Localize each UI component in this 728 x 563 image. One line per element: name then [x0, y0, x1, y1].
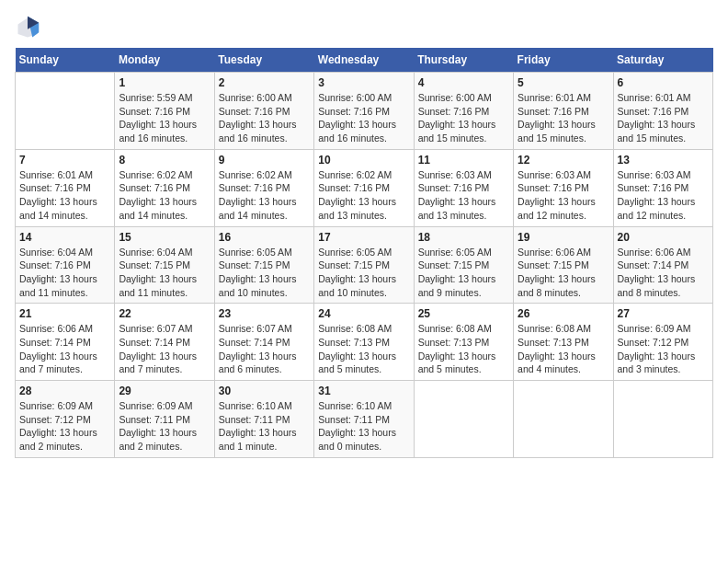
header-thursday: Thursday	[414, 48, 513, 73]
calendar-day: 20Sunrise: 6:06 AMSunset: 7:14 PMDayligh…	[613, 226, 712, 304]
day-info: Sunrise: 6:09 AMSunset: 7:12 PMDaylight:…	[618, 322, 709, 376]
calendar-day: 16Sunrise: 6:05 AMSunset: 7:15 PMDayligh…	[214, 226, 313, 304]
day-info: Sunrise: 6:03 AMSunset: 7:16 PMDaylight:…	[518, 168, 609, 223]
day-info: Sunrise: 6:07 AMSunset: 7:14 PMDaylight:…	[219, 322, 310, 376]
calendar-week-5: 28Sunrise: 6:09 AMSunset: 7:12 PMDayligh…	[16, 381, 713, 458]
day-info: Sunrise: 6:03 AMSunset: 7:16 PMDaylight:…	[618, 168, 709, 223]
day-number: 23	[219, 307, 310, 320]
day-info: Sunrise: 6:06 AMSunset: 7:15 PMDaylight:…	[518, 246, 609, 300]
calendar-day: 7Sunrise: 6:01 AMSunset: 7:16 PMDaylight…	[16, 149, 115, 226]
day-number: 13	[618, 154, 709, 167]
day-info: Sunrise: 6:00 AMSunset: 7:16 PMDaylight:…	[219, 91, 310, 145]
calendar-week-4: 21Sunrise: 6:06 AMSunset: 7:14 PMDayligh…	[16, 304, 713, 381]
header-monday: Monday	[115, 48, 214, 73]
day-number: 26	[518, 307, 609, 320]
day-info: Sunrise: 6:05 AMSunset: 7:15 PMDaylight:…	[318, 246, 409, 300]
calendar-day: 29Sunrise: 6:09 AMSunset: 7:11 PMDayligh…	[115, 381, 214, 458]
day-number: 18	[418, 231, 509, 244]
day-number: 19	[518, 231, 609, 244]
calendar-day: 11Sunrise: 6:03 AMSunset: 7:16 PMDayligh…	[414, 149, 513, 226]
day-info: Sunrise: 6:06 AMSunset: 7:14 PMDaylight:…	[618, 246, 709, 300]
day-number: 14	[19, 231, 110, 244]
day-info: Sunrise: 6:05 AMSunset: 7:15 PMDaylight:…	[418, 246, 509, 300]
calendar-day	[16, 73, 115, 150]
calendar-day: 24Sunrise: 6:08 AMSunset: 7:13 PMDayligh…	[314, 304, 414, 381]
day-info: Sunrise: 6:01 AMSunset: 7:16 PMDaylight:…	[19, 168, 110, 223]
calendar-day: 28Sunrise: 6:09 AMSunset: 7:12 PMDayligh…	[16, 381, 115, 458]
calendar-day: 10Sunrise: 6:02 AMSunset: 7:16 PMDayligh…	[314, 149, 414, 226]
calendar-day: 31Sunrise: 6:10 AMSunset: 7:11 PMDayligh…	[314, 381, 414, 458]
page-header	[15, 15, 713, 40]
calendar-day: 27Sunrise: 6:09 AMSunset: 7:12 PMDayligh…	[613, 304, 712, 381]
day-number: 30	[219, 385, 310, 397]
day-info: Sunrise: 6:04 AMSunset: 7:16 PMDaylight:…	[19, 246, 110, 300]
day-number: 2	[219, 76, 310, 89]
calendar-day: 19Sunrise: 6:06 AMSunset: 7:15 PMDayligh…	[514, 226, 613, 304]
calendar-day: 30Sunrise: 6:10 AMSunset: 7:11 PMDayligh…	[214, 381, 313, 458]
day-info: Sunrise: 6:06 AMSunset: 7:14 PMDaylight:…	[19, 322, 110, 376]
calendar-week-3: 14Sunrise: 6:04 AMSunset: 7:16 PMDayligh…	[16, 226, 713, 304]
day-info: Sunrise: 6:08 AMSunset: 7:13 PMDaylight:…	[418, 322, 509, 376]
day-info: Sunrise: 6:02 AMSunset: 7:16 PMDaylight:…	[119, 168, 210, 223]
day-info: Sunrise: 6:03 AMSunset: 7:16 PMDaylight:…	[418, 168, 509, 223]
day-number: 24	[318, 307, 409, 320]
calendar-day: 22Sunrise: 6:07 AMSunset: 7:14 PMDayligh…	[115, 304, 214, 381]
header-wednesday: Wednesday	[314, 48, 414, 73]
calendar-day: 5Sunrise: 6:01 AMSunset: 7:16 PMDaylight…	[514, 73, 613, 150]
day-number: 25	[418, 307, 509, 320]
day-info: Sunrise: 6:01 AMSunset: 7:16 PMDaylight:…	[618, 91, 709, 145]
calendar-table: SundayMondayTuesdayWednesdayThursdayFrid…	[15, 48, 713, 458]
day-number: 8	[119, 154, 210, 167]
day-number: 9	[219, 154, 310, 167]
day-info: Sunrise: 6:10 AMSunset: 7:11 PMDaylight:…	[318, 399, 409, 454]
day-info: Sunrise: 6:00 AMSunset: 7:16 PMDaylight:…	[418, 91, 509, 145]
calendar-day	[613, 381, 712, 458]
day-number: 5	[518, 76, 609, 89]
header-friday: Friday	[514, 48, 613, 73]
day-number: 4	[418, 76, 509, 89]
calendar-day: 17Sunrise: 6:05 AMSunset: 7:15 PMDayligh…	[314, 226, 414, 304]
day-number: 10	[318, 154, 409, 167]
logo-icon	[15, 15, 40, 40]
day-info: Sunrise: 6:07 AMSunset: 7:14 PMDaylight:…	[119, 322, 210, 376]
header-saturday: Saturday	[613, 48, 712, 73]
day-number: 21	[19, 307, 110, 320]
day-info: Sunrise: 6:01 AMSunset: 7:16 PMDaylight:…	[518, 91, 609, 145]
day-number: 3	[318, 76, 409, 89]
day-info: Sunrise: 6:02 AMSunset: 7:16 PMDaylight:…	[318, 168, 409, 223]
day-info: Sunrise: 6:10 AMSunset: 7:11 PMDaylight:…	[219, 399, 310, 454]
calendar-week-1: 1Sunrise: 5:59 AMSunset: 7:16 PMDaylight…	[16, 73, 713, 150]
calendar-day: 8Sunrise: 6:02 AMSunset: 7:16 PMDaylight…	[115, 149, 214, 226]
calendar-day: 2Sunrise: 6:00 AMSunset: 7:16 PMDaylight…	[214, 73, 313, 150]
calendar-day: 18Sunrise: 6:05 AMSunset: 7:15 PMDayligh…	[414, 226, 513, 304]
day-number: 15	[119, 231, 210, 244]
day-number: 11	[418, 154, 509, 167]
day-number: 28	[19, 385, 110, 397]
calendar-day: 3Sunrise: 6:00 AMSunset: 7:16 PMDaylight…	[314, 73, 414, 150]
day-info: Sunrise: 6:08 AMSunset: 7:13 PMDaylight:…	[518, 322, 609, 376]
day-info: Sunrise: 5:59 AMSunset: 7:16 PMDaylight:…	[119, 91, 210, 145]
day-info: Sunrise: 6:09 AMSunset: 7:11 PMDaylight:…	[119, 399, 210, 454]
calendar-day: 4Sunrise: 6:00 AMSunset: 7:16 PMDaylight…	[414, 73, 513, 150]
calendar-day: 21Sunrise: 6:06 AMSunset: 7:14 PMDayligh…	[16, 304, 115, 381]
calendar-day: 15Sunrise: 6:04 AMSunset: 7:15 PMDayligh…	[115, 226, 214, 304]
calendar-day: 26Sunrise: 6:08 AMSunset: 7:13 PMDayligh…	[514, 304, 613, 381]
calendar-week-2: 7Sunrise: 6:01 AMSunset: 7:16 PMDaylight…	[16, 149, 713, 226]
day-info: Sunrise: 6:09 AMSunset: 7:12 PMDaylight:…	[19, 399, 110, 454]
day-number: 20	[618, 231, 709, 244]
day-info: Sunrise: 6:04 AMSunset: 7:15 PMDaylight:…	[119, 246, 210, 300]
header-row: SundayMondayTuesdayWednesdayThursdayFrid…	[16, 48, 713, 73]
day-number: 17	[318, 231, 409, 244]
day-number: 12	[518, 154, 609, 167]
calendar-day	[414, 381, 513, 458]
calendar-body: 1Sunrise: 5:59 AMSunset: 7:16 PMDaylight…	[16, 73, 713, 458]
day-info: Sunrise: 6:02 AMSunset: 7:16 PMDaylight:…	[219, 168, 310, 223]
header-sunday: Sunday	[16, 48, 115, 73]
calendar-day: 14Sunrise: 6:04 AMSunset: 7:16 PMDayligh…	[16, 226, 115, 304]
calendar-day: 13Sunrise: 6:03 AMSunset: 7:16 PMDayligh…	[613, 149, 712, 226]
header-tuesday: Tuesday	[214, 48, 313, 73]
logo	[15, 15, 44, 40]
day-number: 1	[119, 76, 210, 89]
calendar-day: 12Sunrise: 6:03 AMSunset: 7:16 PMDayligh…	[514, 149, 613, 226]
calendar-day: 6Sunrise: 6:01 AMSunset: 7:16 PMDaylight…	[613, 73, 712, 150]
